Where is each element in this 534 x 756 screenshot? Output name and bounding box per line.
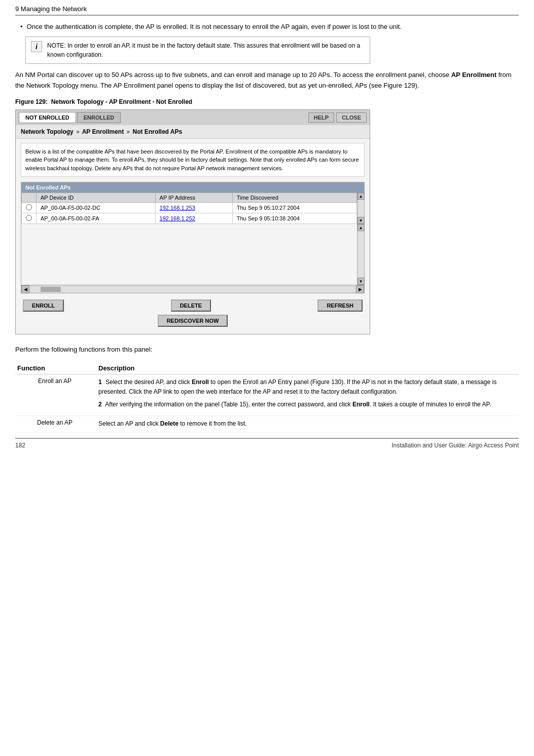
- table-row[interactable]: AP_00-0A-F5-00-02-DC 192.168.1.253 Thu S…: [22, 203, 357, 213]
- page-header-title: 9 Managing the Network: [15, 5, 87, 13]
- fn-number-2: 2: [98, 401, 102, 408]
- panel-top-buttons: HELP CLOSE: [308, 112, 367, 123]
- breadcrumb-separator-1: »: [76, 128, 80, 135]
- row-radio-1[interactable]: [22, 203, 37, 213]
- page-footer: 182 Installation and User Guide: Airgo A…: [15, 438, 519, 449]
- breadcrumb-3: Not Enrolled APs: [133, 128, 183, 135]
- panel-action-row-2: REDISCOVER NOW: [21, 314, 365, 330]
- col-time: Time Discovered: [232, 193, 357, 203]
- delete-button[interactable]: DELETE: [171, 299, 211, 312]
- function-row-delete: Delete an AP Select an AP and click Dele…: [15, 416, 519, 432]
- scroll-up-btn-2[interactable]: ▲: [358, 224, 365, 231]
- function-desc-enroll: 1 Select the desired AP, and click Enrol…: [96, 374, 519, 416]
- note-box: i NOTE: In order to enroll an AP, it mus…: [25, 36, 370, 64]
- panel-tabs: NOT ENROLLED ENROLLED: [19, 112, 121, 123]
- scroll-track-v[interactable]: [358, 200, 364, 217]
- panel-action-row-1: ENROLL DELETE REFRESH: [21, 296, 365, 314]
- panel-table-area: Not Enrolled APs AP Device ID AP IP Addr…: [21, 182, 365, 293]
- rediscover-button[interactable]: REDISCOVER NOW: [158, 315, 228, 327]
- function-table: Function Description Enroll an AP 1 Sele…: [15, 362, 519, 433]
- breadcrumb-2: AP Enrollment: [82, 128, 124, 135]
- time-1: Thu Sep 9 05:10:27 2004: [232, 203, 357, 213]
- breadcrumb: Network Topology » AP Enrollment » Not E…: [16, 125, 370, 139]
- scroll-left-btn[interactable]: ◀: [21, 285, 29, 293]
- figure-caption: Figure 129: Network Topology - AP Enroll…: [15, 98, 519, 105]
- fn-number-1: 1: [98, 379, 102, 386]
- col-radio: [22, 193, 37, 203]
- panel-body: Below is a list of the compatible APs th…: [16, 139, 370, 334]
- footer-title: Installation and User Guide: Airgo Acces…: [391, 442, 519, 449]
- bullet-point-1: Once the authentication is complete, the…: [15, 23, 519, 30]
- scroll-area-empty: ▲ ▼: [21, 224, 364, 285]
- col-device-id: AP Device ID: [37, 193, 156, 203]
- vertical-scrollbar-2[interactable]: ▲ ▼: [357, 224, 364, 285]
- ip-1[interactable]: 192.168.1.253: [155, 203, 232, 213]
- panel-section-header: Not Enrolled APs: [21, 182, 364, 193]
- fn-item-2: 2 After verifying the information on the…: [98, 400, 515, 409]
- vertical-scrollbar[interactable]: ▲ ▼: [357, 193, 364, 224]
- paragraph-1: An NM Portal can discover up to 50 APs a…: [15, 70, 519, 91]
- description-col-header: Description: [96, 362, 519, 374]
- ap-table: AP Device ID AP IP Address Time Discover…: [21, 193, 357, 224]
- perform-paragraph: Perform the following functions from thi…: [15, 345, 519, 355]
- col-ip: AP IP Address: [155, 193, 232, 203]
- device-id-1: AP_00-0A-F5-00-02-DC: [37, 203, 156, 213]
- function-desc-delete: Select an AP and click Delete to remove …: [96, 416, 519, 432]
- function-row-enroll: Enroll an AP 1 Select the desired AP, an…: [15, 374, 519, 416]
- radio-button-1[interactable]: [26, 204, 32, 210]
- function-name-enroll: Enroll an AP: [15, 374, 96, 416]
- scroll-down-btn[interactable]: ▼: [358, 217, 365, 224]
- scroll-track-h[interactable]: [30, 287, 355, 292]
- close-button[interactable]: CLOSE: [336, 112, 367, 123]
- panel-screenshot: NOT ENROLLED ENROLLED HELP CLOSE Network…: [15, 109, 370, 335]
- info-icon: i: [31, 41, 42, 52]
- panel-top-bar: NOT ENROLLED ENROLLED HELP CLOSE: [16, 110, 370, 125]
- page-header: 9 Managing the Network: [15, 5, 519, 16]
- help-button[interactable]: HELP: [308, 112, 334, 123]
- refresh-button[interactable]: REFRESH: [317, 299, 363, 312]
- bullet-text: Once the authentication is complete, the…: [27, 23, 402, 30]
- tab-enrolled[interactable]: ENROLLED: [77, 112, 121, 123]
- footer-page-number: 182: [15, 442, 25, 449]
- scroll-down-btn-2[interactable]: ▼: [358, 278, 365, 285]
- tab-not-enrolled[interactable]: NOT ENROLLED: [19, 112, 76, 123]
- panel-description-box: Below is a list of the compatible APs th…: [21, 143, 365, 177]
- time-2: Thu Sep 9 05:10:38 2004: [232, 213, 357, 224]
- horizontal-scrollbar[interactable]: ◀ ▶: [21, 285, 364, 293]
- ip-2[interactable]: 192.168.1.252: [155, 213, 232, 224]
- scroll-right-btn[interactable]: ▶: [356, 285, 364, 293]
- table-row[interactable]: AP_00-0A-F5-00-02-FA 192.168.1.252 Thu S…: [22, 213, 357, 224]
- function-name-delete: Delete an AP: [15, 416, 96, 432]
- scroll-up-btn[interactable]: ▲: [358, 193, 365, 200]
- enroll-button[interactable]: ENROLL: [23, 299, 64, 312]
- fn-item-1: 1 Select the desired AP, and click Enrol…: [98, 377, 515, 397]
- row-radio-2[interactable]: [22, 213, 37, 224]
- scroll-track-v-2[interactable]: [358, 231, 364, 278]
- note-text: NOTE: In order to enroll an AP, it must …: [47, 41, 365, 59]
- radio-button-2[interactable]: [26, 215, 32, 221]
- panel-description-text: Below is a list of the compatible APs th…: [25, 148, 359, 171]
- function-col-header: Function: [15, 362, 96, 374]
- scroll-thumb-h[interactable]: [41, 287, 61, 292]
- device-id-2: AP_00-0A-F5-00-02-FA: [37, 213, 156, 224]
- breadcrumb-1: Network Topology: [21, 128, 74, 135]
- breadcrumb-separator-2: »: [127, 128, 130, 135]
